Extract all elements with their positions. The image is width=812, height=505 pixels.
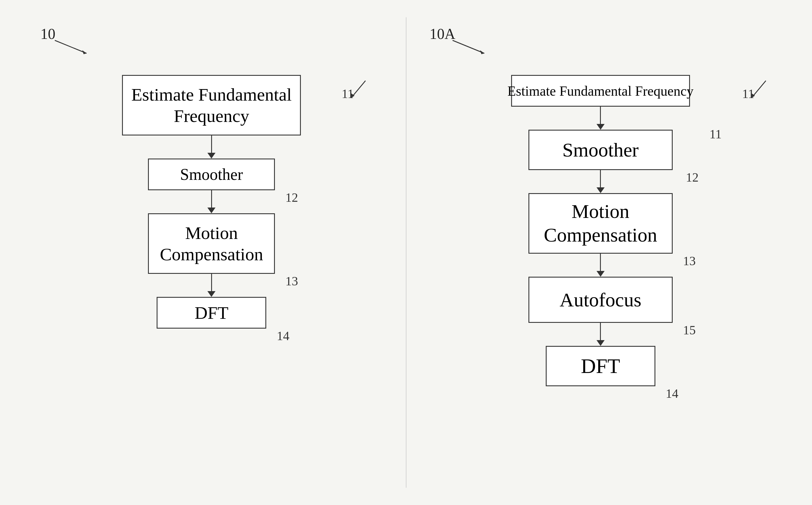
left-diagram: 10 11 Estimate FundamentalFrequency Sm [23, 17, 400, 488]
right-smoother-12-label: 12 [686, 170, 699, 185]
right-mc-number: 13 [683, 254, 696, 268]
left-eff-label: Estimate FundamentalFrequency [131, 84, 292, 127]
left-mc-label: MotionCompensation [160, 222, 263, 265]
right-arrow-autofocus-dft [596, 323, 604, 346]
right-mc-box: MotionCompensation [528, 193, 673, 254]
right-eff-wrapper: Estimate Fundamental Frequency [511, 75, 690, 107]
svg-line-2 [452, 40, 484, 53]
svg-marker-1 [351, 93, 355, 98]
right-arrow-smoother-mc [596, 170, 604, 193]
right-diagram-label: 10A [429, 26, 455, 42]
page-container: 10 11 Estimate FundamentalFrequency Sm [0, 0, 812, 505]
left-dft-label: DFT [195, 303, 229, 323]
right-smoother-wrapper: Smoother 12 11 [528, 130, 673, 170]
left-flow: Estimate FundamentalFrequency Smoother 1… [40, 75, 383, 329]
left-dft-box: DFT [157, 297, 266, 329]
right-smoother-11-label: 11 [709, 127, 721, 142]
right-mc-label: MotionCompensation [544, 200, 657, 247]
right-autofocus-label: Autofocus [560, 289, 641, 311]
left-smoother-box: Smoother [148, 159, 275, 190]
right-dft-wrapper: DFT 14 [546, 346, 655, 386]
right-eff-label: Estimate Fundamental Frequency [507, 83, 693, 99]
right-autofocus-wrapper: Autofocus 15 [528, 277, 673, 323]
right-dft-box: DFT [546, 346, 655, 386]
center-divider [406, 17, 406, 488]
right-arrow-mc-autofocus [596, 254, 604, 277]
label-10-arrow: 10 [40, 23, 104, 58]
left-dft-number: 14 [277, 329, 289, 343]
right-eff-box: Estimate Fundamental Frequency [511, 75, 690, 107]
right-smoother-label: Smoother [562, 139, 639, 161]
left-smoother-label: Smoother [180, 165, 243, 184]
right-dft-label: DFT [581, 354, 620, 378]
left-dft-wrapper: DFT 14 [157, 297, 266, 329]
right-flow: Estimate Fundamental Frequency Smoother … [429, 75, 772, 386]
right-arrow-11-svg [743, 75, 772, 104]
left-mc-wrapper: MotionCompensation 13 [148, 213, 275, 274]
right-arrow-eff-smoother [596, 107, 604, 130]
left-arrow-11-svg [343, 75, 371, 104]
left-smoother-wrapper: Smoother 12 [148, 159, 275, 190]
left-arrow-line [55, 40, 87, 53]
left-arrow-eff-smoother [208, 136, 216, 159]
label-10a-arrow: 10A [429, 23, 505, 58]
right-mc-wrapper: MotionCompensation 13 [528, 193, 673, 254]
left-diagram-label: 10 [40, 26, 55, 42]
left-mc-box: MotionCompensation [148, 213, 275, 274]
left-mc-number: 13 [285, 274, 298, 289]
svg-marker-5 [751, 93, 755, 98]
right-autofocus-box: Autofocus [528, 277, 673, 323]
right-dft-number: 14 [666, 386, 678, 401]
right-autofocus-number: 15 [683, 323, 696, 338]
left-arrow-mc-dft [208, 274, 216, 297]
left-arrow-smoother-mc [208, 190, 216, 213]
right-smoother-box: Smoother [528, 130, 673, 170]
right-diagram: 10A 11 Estimate Fundamental Frequency [412, 17, 789, 488]
left-smoother-number: 12 [285, 190, 298, 205]
left-eff-box: Estimate FundamentalFrequency [122, 75, 301, 136]
